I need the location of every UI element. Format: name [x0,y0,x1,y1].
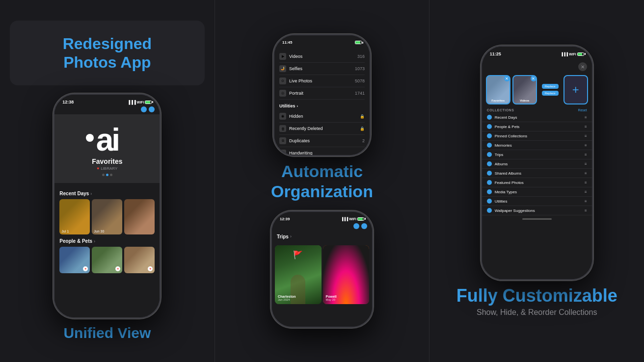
redesigned-title: Redesigned Photos App [63,34,152,72]
coll-recent-days-left: Recent Days [487,115,517,120]
pinned-row: ✕ Favorites ✕ Videos Replace Replace + [482,73,592,106]
coll-media-types-name: Media Types [495,190,517,194]
coll-recent-days-name: Recent Days [495,115,517,120]
trips-search [353,223,359,229]
portrait-label: Portrait [289,91,303,96]
coll-wallpaper-left: Wallpaper Suggestions [487,208,535,213]
utilities-label: Utilities [279,103,295,108]
lock-icon-2: 🔒 [360,127,365,131]
drag-handle-1[interactable]: ≡ [585,115,587,120]
status-bar-4: 11:25 ▐▐▐ WiFi [482,47,592,58]
drag-handle-5[interactable]: ≡ [585,153,587,157]
customizable-title: Fully Customizable [456,285,617,306]
photo-pet3: ♥ [124,247,155,273]
auto-org-label: Automatic Organization [271,161,373,202]
customizable-subtitle: Show, Hide, & Reorder Collections [456,308,617,317]
coll-recent-days: Recent Days ≡ [482,113,592,122]
pin-remove-videos[interactable]: ✕ [531,76,537,81]
powell-name: Powell [326,295,337,298]
pin-videos-label: Videos [513,99,536,102]
trip-powell: Powell May 20 [323,245,370,304]
trips-section-header: Trips › [272,234,372,239]
scroll-bar [522,218,552,220]
coll-media-types-left: Media Types [487,189,517,194]
recent-days-header: Recent Days › [59,191,155,196]
drag-handle-3[interactable]: ≡ [585,134,587,138]
portrait-icon: ◎ [279,90,286,97]
drag-handle-9[interactable]: ≡ [585,190,587,194]
right-panel: 11:25 ▐▐▐ WiFi ✕ ✕ Favorites ✕ [429,0,644,362]
coll-trips: Trips ≡ [482,150,592,159]
media-handwriting: ✏ Handwriting 46 [279,147,365,156]
coll-people-pets-name: People & Pets [495,125,520,129]
pin-add-button[interactable]: + [564,75,588,104]
close-button[interactable]: ✕ [578,62,587,71]
drag-handle-2[interactable]: ≡ [585,125,587,129]
people-pets-chevron: › [94,239,95,244]
drag-handle-10[interactable]: ≡ [585,199,587,204]
photo-jun30: Jun 30 [92,199,122,234]
redesigned-card: Redesigned Photos App [10,21,205,86]
search-avatar [141,106,147,112]
auto-org-title: Automatic Organization [271,161,373,202]
livephotos-icon: ⊙ [279,78,286,84]
media-hidden: ◉ Hidden 🔒 [279,110,365,123]
drag-handle-11[interactable]: ≡ [585,208,587,213]
pin-favorites: ✕ Favorites [486,75,510,104]
drag-handle-7[interactable]: ≡ [585,171,587,176]
coll-pinned-name: Pinned Collections [495,134,527,138]
heart-badge-2: ♥ [115,266,120,271]
time-2: 11:45 [282,40,292,45]
trip-charleston: 🚩 Charleston Jun 2024 [275,245,322,304]
library-label: ♥ LIBRARY [97,166,117,171]
dot-1 [102,174,105,176]
action-icons [54,106,160,114]
people-pets-grid: ♥ ♥ ♥ [59,247,155,273]
coll-memories-name: Memories [495,143,512,148]
pin-remove-favorites[interactable]: ✕ [504,76,510,81]
heart-icon: ♥ [97,166,99,171]
coll-dot-pinned [487,133,492,138]
status-bar-2: 11:45 [274,35,370,47]
pin-videos: ✕ Videos [512,75,537,104]
media-videos: ▶ Videos 316 [279,51,365,63]
media-livephotos: ⊙ Live Photos 5078 [279,75,365,87]
media-videos-left: ▶ Videos [279,53,302,60]
drag-handle-6[interactable]: ≡ [585,162,587,166]
coll-shared-left: Shared Albums [487,171,521,176]
handwriting-label: Handwriting [289,151,313,155]
reset-button[interactable]: Reset [578,108,587,112]
people-pets-title: People & Pets [59,238,92,244]
coll-dot-utilities [487,199,492,204]
hidden-icon: ◉ [279,113,286,120]
handwriting-count: 46 [360,151,365,155]
coll-shared: Shared Albums ≡ [482,169,592,178]
drag-handle-4[interactable]: ≡ [585,143,587,148]
status-icons-4: ▐▐▐ WiFi [561,52,584,56]
scroll-indicator [482,215,592,223]
collections-section: COLLECTIONS Reset Recent Days ≡ People &… [482,106,592,279]
replace-btn-1[interactable]: Replace [542,84,559,89]
favorites-title: Favorites [92,157,122,165]
utilities-header: Utilities › [279,100,365,110]
phone-trips: 12:39 ▐▐▐ WiFi Trips › 🚩 [270,210,374,328]
replace-btn-2[interactable]: Replace [542,91,559,96]
coll-albums-name: Albums [495,162,508,166]
media-portrait-left: ◎ Portrait [279,90,303,97]
coll-featured: Featured Photos ≡ [482,178,592,187]
coll-dot-albums [487,161,492,166]
coll-trips-left: Trips [487,152,503,157]
media-livephotos-left: ⊙ Live Photos [279,78,312,84]
time-1: 12:38 [62,100,74,104]
trips-chevron: › [290,234,292,239]
duplicates-count: 2 [362,138,365,143]
time-4: 11:25 [490,52,501,56]
signal-icon-3: ▐▐▐ [341,217,348,221]
drag-handle-8[interactable]: ≡ [585,181,587,185]
coll-wallpaper: Wallpaper Suggestions ≡ [482,206,592,215]
coll-trips-name: Trips [495,153,503,157]
trips-avatar [361,223,367,229]
media-list: ▶ Videos 316 🤳 Selfies 1073 ⊙ Live Phot [274,47,370,156]
ai-logo: ai [96,124,118,155]
selfies-label: Selfies [289,66,302,71]
